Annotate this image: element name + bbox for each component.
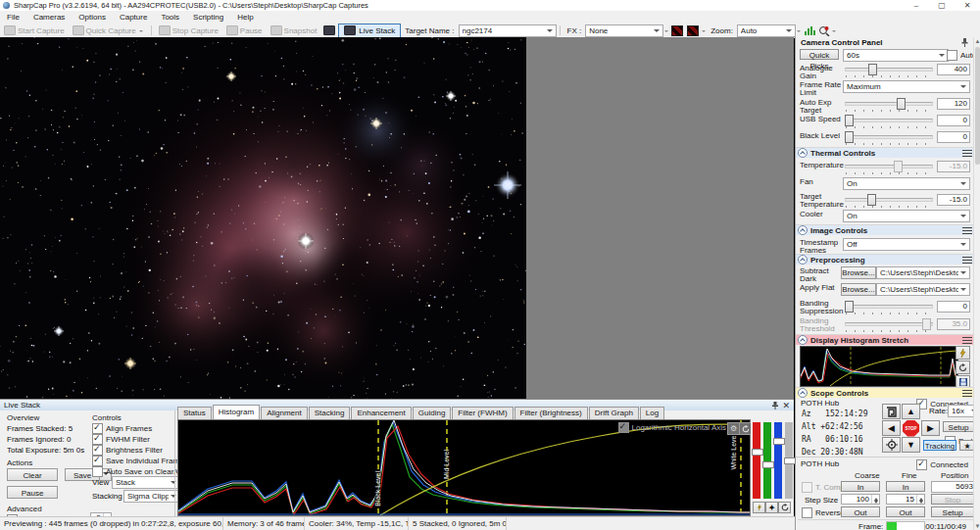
clear-button[interactable]: Clear <box>7 468 58 481</box>
usb-speed-value[interactable]: 0 <box>937 115 970 126</box>
display-histogram-stretch-header[interactable]: Display Histogram Stretch <box>796 334 974 345</box>
reticle-zoom-icon[interactable] <box>818 25 830 36</box>
slew-right-button[interactable]: ▶ <box>921 420 940 436</box>
tab-histogram[interactable]: Histogram <box>213 405 260 419</box>
auto-stretch-button[interactable] <box>956 346 970 360</box>
live-stack-histogram-plot[interactable]: Black Level Mid Level White Level Logari… <box>177 419 751 516</box>
blue-level-slider[interactable] <box>774 422 782 499</box>
menu-capture[interactable]: Capture <box>113 13 154 22</box>
tab-stacking[interactable]: Stacking <box>309 407 351 419</box>
target-temperature-slider[interactable] <box>843 194 935 209</box>
save-individual-frames-checkbox[interactable]: Save Individual Frames <box>92 456 188 466</box>
pause-stack-button[interactable]: Pause <box>7 486 58 499</box>
log-axis-checkbox[interactable] <box>618 422 629 433</box>
flat-frame-icon[interactable] <box>687 25 699 36</box>
panel-scrollbar[interactable]: ▲ ▼ <box>973 37 980 530</box>
tab-filter-fwhm[interactable]: Filter (FWHM) <box>452 407 513 419</box>
tab-drift-graph[interactable]: Drift Graph <box>589 407 639 419</box>
menu-tools[interactable]: Tools <box>154 13 186 22</box>
focuser-position-value[interactable]: 5693 <box>931 481 976 493</box>
coarse-in-button[interactable]: In <box>841 481 880 492</box>
tab-enhancement[interactable]: Enhancement <box>351 407 411 419</box>
start-capture-button[interactable]: Start Capture <box>0 25 69 35</box>
red-level-slider[interactable] <box>753 422 760 499</box>
menu-file[interactable]: File <box>0 13 26 22</box>
reverse-checkbox[interactable]: Reverse <box>802 507 845 518</box>
align-frames-checkbox[interactable]: Align Frames <box>92 423 152 434</box>
reset-levels-button[interactable] <box>778 502 791 513</box>
menu-options[interactable]: Options <box>72 13 113 22</box>
black-level-value[interactable]: 0 <box>937 131 970 143</box>
cooler-combobox[interactable]: On <box>843 210 970 222</box>
quick-picks-button[interactable]: Quick Picks <box>800 49 839 60</box>
fine-out-button[interactable]: Out <box>886 506 925 517</box>
focuser-setup-button[interactable]: Setup <box>931 506 974 517</box>
quick-picks-combobox[interactable]: 60s <box>843 49 949 62</box>
auto-exp-target-value[interactable]: 120 <box>937 98 970 110</box>
brightness-filter-checkbox[interactable]: Brightness Filter <box>92 445 163 456</box>
lum-level-slider[interactable] <box>785 422 793 499</box>
maximize-button[interactable]: ▢ <box>929 0 955 11</box>
fwhm-filter-checkbox[interactable]: FWHM Filter <box>92 434 150 445</box>
tab-guiding[interactable]: Guiding <box>413 407 452 419</box>
slew-stop-button[interactable]: STOP <box>902 420 920 436</box>
timestamp-frames-combobox[interactable]: Off <box>843 238 970 251</box>
tab-log[interactable]: Log <box>640 407 664 419</box>
tab-status[interactable]: Status <box>177 407 212 419</box>
target-temperature-value[interactable]: -15.0 <box>937 194 970 206</box>
stop-capture-button[interactable]: Stop Capture <box>155 25 222 35</box>
banding-suppression-slider[interactable] <box>843 301 935 315</box>
stretch-histogram-plot[interactable] <box>800 346 958 387</box>
histogram-icon[interactable] <box>804 25 815 35</box>
menu-icon[interactable] <box>962 390 972 397</box>
image-controls-header[interactable]: Image Controls <box>796 224 974 235</box>
scope-setup-button[interactable]: Setup <box>943 421 974 432</box>
menu-icon[interactable] <box>962 150 972 157</box>
tab-alignment[interactable]: Alignment <box>261 407 308 419</box>
focuser-connected-checkbox[interactable]: Connected <box>916 459 968 470</box>
menu-icon[interactable] <box>962 257 972 264</box>
scope-controls-header[interactable]: Scope Controls <box>796 387 974 398</box>
green-level-slider[interactable] <box>763 422 771 499</box>
analogue-gain-value[interactable]: 400 <box>937 64 970 75</box>
zoom-combobox[interactable]: Auto <box>737 24 796 37</box>
menu-help[interactable]: Help <box>230 13 260 22</box>
subtract-dark-combobox[interactable]: C:\Users\Steph\Desktop\SharpC... <box>876 266 970 279</box>
view-combobox[interactable]: Stack <box>112 476 180 489</box>
quick-capture-button[interactable]: Quick Capture <box>69 25 148 35</box>
target-name-combobox[interactable]: ngc2174 <box>459 24 557 37</box>
expand-levels-button[interactable]: ✦ <box>765 502 778 513</box>
preprocessing-header[interactable]: Preprocessing <box>796 254 974 265</box>
slew-left-button[interactable]: ◀ <box>882 420 901 436</box>
dark-frame-icon[interactable] <box>671 25 683 36</box>
stacking-combobox[interactable]: Sigma Clipping <box>123 490 180 503</box>
auto-exposure-checkbox[interactable]: Auto <box>947 50 976 61</box>
auto-levels-button[interactable] <box>753 502 765 513</box>
close-panel-icon[interactable]: ✕ <box>782 401 790 410</box>
auto-exp-target-slider[interactable] <box>843 98 935 113</box>
menu-cameras[interactable]: Cameras <box>26 13 72 22</box>
banding-suppression-value[interactable]: 0 <box>937 301 970 313</box>
black-level-slider[interactable] <box>843 131 935 146</box>
pin-icon[interactable] <box>961 38 968 47</box>
slew-up-button[interactable]: ▲ <box>902 404 920 419</box>
spinner-arrows-icon[interactable] <box>871 495 879 504</box>
subtract-dark-browse-button[interactable]: Browse... <box>841 266 876 279</box>
close-button[interactable]: ✕ <box>955 0 980 11</box>
menu-scripting[interactable]: Scripting <box>186 13 230 22</box>
slew-down-button[interactable]: ▼ <box>902 437 920 453</box>
spiral-search-button[interactable] <box>882 404 901 419</box>
coarse-out-button[interactable]: Out <box>841 506 880 517</box>
scroll-up-icon[interactable]: ▲ <box>974 37 980 45</box>
live-stack-button[interactable]: Live Stack <box>338 24 401 38</box>
reset-stretch-button[interactable] <box>956 361 970 374</box>
coarse-step-spinner[interactable]: 100 <box>841 494 880 505</box>
menu-icon[interactable] <box>962 337 972 344</box>
scroll-down-icon[interactable]: ▼ <box>974 522 980 530</box>
menu-icon[interactable] <box>962 227 972 234</box>
tab-filter-brightness[interactable]: Filter (Brightness) <box>514 407 588 419</box>
pin-icon[interactable] <box>772 402 778 410</box>
center-target-button[interactable] <box>882 437 901 453</box>
usb-speed-slider[interactable] <box>843 115 935 129</box>
spinner-arrows-icon[interactable] <box>916 495 924 504</box>
